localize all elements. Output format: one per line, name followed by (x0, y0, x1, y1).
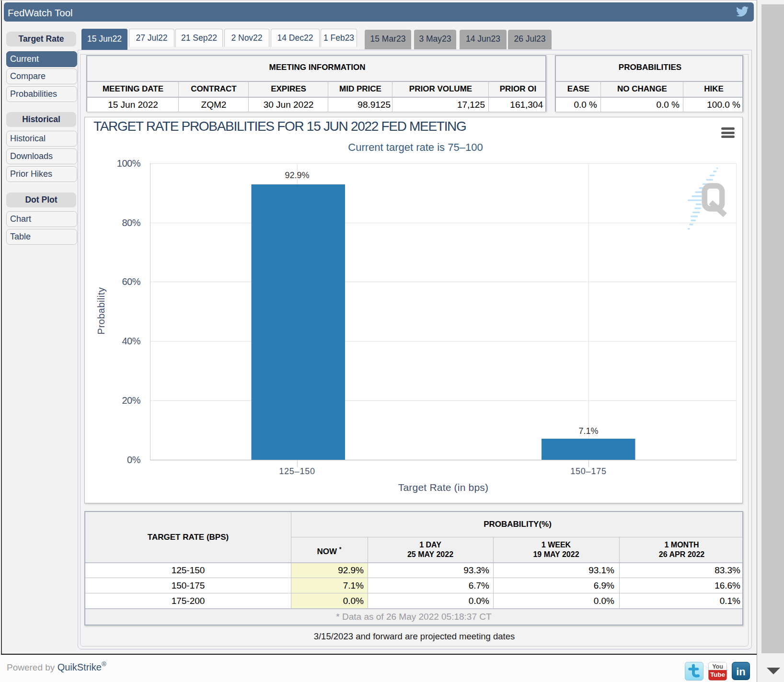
svg-text:20%: 20% (122, 395, 140, 406)
svg-text:100%: 100% (117, 158, 141, 169)
svg-text:Target Rate (in bps): Target Rate (in bps) (398, 482, 488, 493)
svg-text:60%: 60% (122, 276, 140, 287)
svg-text:80%: 80% (122, 217, 140, 228)
svg-text:92.9%: 92.9% (285, 170, 309, 180)
svg-text:0%: 0% (127, 455, 141, 465)
svg-text:in: in (736, 666, 746, 678)
svg-text:150–175: 150–175 (570, 466, 607, 476)
svg-text:7.1%: 7.1% (578, 426, 598, 436)
svg-text:125–150: 125–150 (279, 466, 315, 476)
svg-text:Probability: Probability (96, 287, 106, 335)
svg-text:You: You (712, 663, 723, 670)
svg-text:40%: 40% (122, 336, 140, 346)
svg-text:Tube: Tube (710, 671, 726, 678)
